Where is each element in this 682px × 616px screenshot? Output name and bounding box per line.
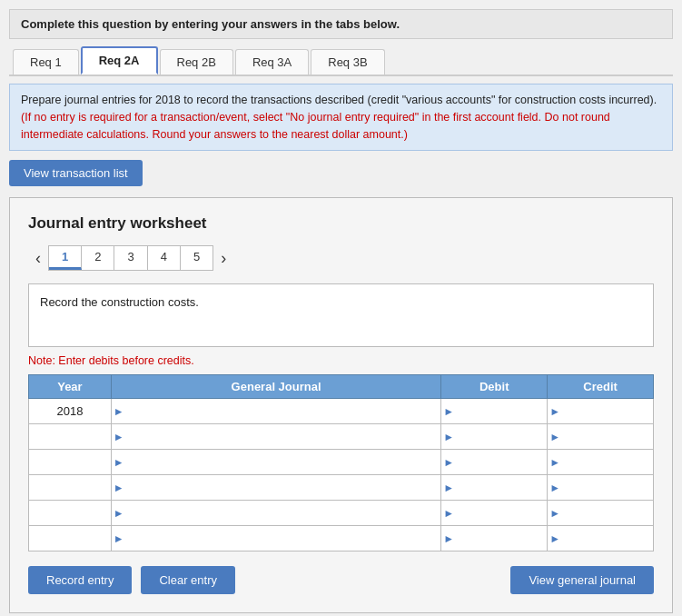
- debit-arrow-icon: ►: [443, 532, 454, 545]
- credit-input[interactable]: [548, 424, 653, 449]
- journal-arrow-icon: ►: [114, 507, 124, 520]
- tab-req3a[interactable]: Req 3A: [235, 49, 309, 75]
- credit-input[interactable]: [548, 475, 653, 500]
- credit-input[interactable]: [548, 501, 653, 525]
- tab-req2b[interactable]: Req 2B: [160, 49, 233, 75]
- record-entry-button[interactable]: Record entry: [28, 566, 132, 594]
- col-header-journal: General Journal: [111, 375, 440, 399]
- debit-input[interactable]: [441, 501, 547, 525]
- credit-cell[interactable]: ►: [548, 399, 654, 424]
- year-cell: [29, 424, 112, 450]
- journal-table: Year General Journal Debit Credit 2018►►…: [28, 374, 654, 551]
- next-page-arrow[interactable]: ›: [213, 247, 233, 270]
- table-row: ►►►: [29, 450, 654, 475]
- page-tabs: 1 2 3 4 5: [48, 245, 213, 271]
- debit-arrow-icon: ►: [443, 431, 454, 443]
- credit-cell[interactable]: ►: [548, 450, 654, 475]
- col-header-credit: Credit: [548, 375, 654, 399]
- credit-arrow-icon: ►: [549, 532, 560, 545]
- tab-req1[interactable]: Req 1: [13, 49, 79, 75]
- journal-arrow-icon: ►: [114, 431, 124, 443]
- debit-input[interactable]: [441, 399, 547, 423]
- credit-cell[interactable]: ►: [548, 475, 654, 501]
- btn-row: Record entry Clear entry View general jo…: [28, 566, 654, 594]
- instruction-bar: Complete this question by entering your …: [9, 9, 673, 39]
- page-tab-4[interactable]: 4: [148, 246, 181, 270]
- debit-input[interactable]: [441, 450, 547, 474]
- tab-req2a[interactable]: Req 2A: [81, 46, 158, 75]
- journal-cell[interactable]: ►: [111, 399, 440, 424]
- tabs-bar: Req 1 Req 2A Req 2B Req 3A Req 3B: [9, 46, 673, 76]
- journal-cell[interactable]: ►: [111, 501, 440, 526]
- view-general-journal-button[interactable]: View general journal: [510, 566, 654, 594]
- info-text-2: (If no entry is required for a transacti…: [21, 111, 610, 124]
- journal-input[interactable]: [112, 501, 440, 525]
- journal-input[interactable]: [112, 475, 440, 500]
- table-row: ►►►: [29, 475, 654, 501]
- debit-cell[interactable]: ►: [441, 501, 548, 526]
- credit-cell[interactable]: ►: [548, 526, 654, 551]
- year-cell: [29, 526, 112, 551]
- journal-arrow-icon: ►: [114, 532, 124, 545]
- debit-arrow-icon: ►: [443, 456, 454, 469]
- info-text-3: intermediate calculations. Round your an…: [21, 128, 408, 141]
- credit-arrow-icon: ►: [549, 482, 560, 494]
- debit-input[interactable]: [441, 475, 547, 500]
- table-row: ►►►: [29, 501, 654, 526]
- journal-cell[interactable]: ►: [111, 526, 440, 551]
- debit-cell[interactable]: ►: [441, 526, 548, 551]
- page-tab-5[interactable]: 5: [181, 246, 213, 270]
- credit-cell[interactable]: ►: [548, 424, 654, 450]
- year-cell: [29, 475, 112, 501]
- worksheet-title: Journal entry worksheet: [28, 214, 654, 233]
- col-header-year: Year: [29, 375, 112, 399]
- credit-cell[interactable]: ►: [548, 501, 654, 526]
- col-header-debit: Debit: [441, 375, 548, 399]
- debit-arrow-icon: ►: [443, 507, 454, 520]
- note-text: Note: Enter debits before credits.: [28, 354, 654, 367]
- credit-arrow-icon: ►: [549, 456, 560, 469]
- page-tab-1[interactable]: 1: [49, 246, 82, 270]
- debit-arrow-icon: ►: [443, 482, 454, 494]
- debit-arrow-icon: ►: [443, 405, 454, 418]
- credit-arrow-icon: ►: [549, 405, 560, 418]
- debit-cell[interactable]: ►: [441, 399, 548, 424]
- journal-arrow-icon: ►: [114, 456, 124, 469]
- journal-input[interactable]: [112, 399, 440, 423]
- table-row: 2018►►►: [29, 399, 654, 424]
- page-tab-3[interactable]: 3: [114, 246, 147, 270]
- credit-input[interactable]: [548, 399, 653, 423]
- year-cell: 2018: [29, 399, 112, 424]
- record-desc-box: Record the construction costs.: [28, 283, 654, 347]
- journal-input[interactable]: [112, 424, 440, 449]
- journal-input[interactable]: [112, 450, 440, 474]
- page-nav: ‹ 1 2 3 4 5 ›: [28, 245, 654, 271]
- debit-cell[interactable]: ►: [441, 475, 548, 501]
- worksheet-container: Journal entry worksheet ‹ 1 2 3 4 5 › Re…: [9, 197, 673, 613]
- journal-arrow-icon: ►: [114, 405, 124, 418]
- debit-cell[interactable]: ►: [441, 450, 548, 475]
- clear-entry-button[interactable]: Clear entry: [141, 566, 235, 594]
- journal-input[interactable]: [112, 526, 440, 551]
- journal-cell[interactable]: ►: [111, 424, 440, 450]
- journal-cell[interactable]: ►: [111, 450, 440, 475]
- tab-req3b[interactable]: Req 3B: [311, 49, 384, 75]
- debit-input[interactable]: [441, 526, 547, 551]
- credit-arrow-icon: ►: [549, 507, 560, 520]
- year-cell: [29, 501, 112, 526]
- table-row: ►►►: [29, 424, 654, 450]
- table-row: ►►►: [29, 526, 654, 551]
- journal-cell[interactable]: ►: [111, 475, 440, 501]
- credit-input[interactable]: [548, 526, 653, 551]
- credit-input[interactable]: [548, 450, 653, 474]
- credit-arrow-icon: ►: [549, 431, 560, 443]
- info-text-1: Prepare journal entries for 2018 to reco…: [21, 94, 657, 106]
- debit-input[interactable]: [441, 424, 547, 449]
- page-tab-2[interactable]: 2: [82, 246, 114, 270]
- debit-cell[interactable]: ►: [441, 424, 548, 450]
- journal-arrow-icon: ►: [114, 482, 124, 494]
- view-transaction-button[interactable]: View transaction list: [9, 160, 143, 186]
- year-cell: [29, 450, 112, 475]
- prev-page-arrow[interactable]: ‹: [28, 247, 48, 270]
- info-box: Prepare journal entries for 2018 to reco…: [9, 84, 673, 151]
